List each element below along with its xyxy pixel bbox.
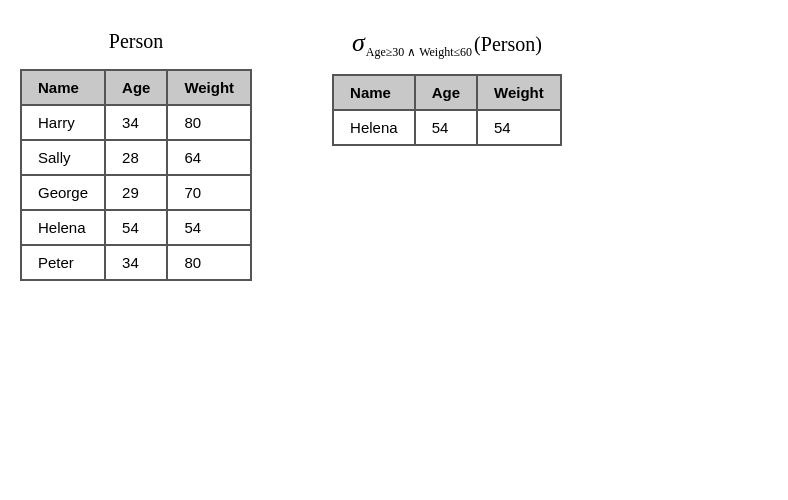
- table-cell: Harry: [21, 105, 105, 140]
- table-cell: Helena: [333, 110, 415, 145]
- person-col-weight: Weight: [167, 70, 251, 105]
- table-cell: 54: [415, 110, 477, 145]
- table-row: George2970: [21, 175, 251, 210]
- table-cell: 54: [105, 210, 167, 245]
- left-table-title: Person: [109, 30, 163, 53]
- filtered-col-age: Age: [415, 75, 477, 110]
- table-cell: George: [21, 175, 105, 210]
- sigma-symbol: σ: [352, 28, 365, 57]
- table-cell: Peter: [21, 245, 105, 280]
- person-col-name: Name: [21, 70, 105, 105]
- person-table-header-row: Name Age Weight: [21, 70, 251, 105]
- table-cell: 64: [167, 140, 251, 175]
- filtered-table-header-row: Name Age Weight: [333, 75, 561, 110]
- table-row: Sally2864: [21, 140, 251, 175]
- filtered-col-weight: Weight: [477, 75, 561, 110]
- table-cell: 80: [167, 105, 251, 140]
- filtered-col-name: Name: [333, 75, 415, 110]
- table-cell: Sally: [21, 140, 105, 175]
- table-row: Helena5454: [333, 110, 561, 145]
- left-section: Person Name Age Weight Harry3480Sally286…: [20, 30, 252, 281]
- table-row: Helena5454: [21, 210, 251, 245]
- table-cell: 28: [105, 140, 167, 175]
- table-cell: 70: [167, 175, 251, 210]
- sigma-condition: Age≥30 ∧ Weight≤60: [366, 45, 472, 59]
- table-row: Peter3480: [21, 245, 251, 280]
- table-cell: 34: [105, 245, 167, 280]
- sigma-argument: (Person): [474, 33, 542, 55]
- table-cell: 29: [105, 175, 167, 210]
- right-section: σAge≥30 ∧ Weight≤60(Person) Name Age Wei…: [332, 30, 562, 146]
- filtered-table: Name Age Weight Helena5454: [332, 74, 562, 146]
- page-layout: Person Name Age Weight Harry3480Sally286…: [20, 20, 768, 281]
- table-cell: 80: [167, 245, 251, 280]
- person-col-age: Age: [105, 70, 167, 105]
- person-table: Name Age Weight Harry3480Sally2864George…: [20, 69, 252, 281]
- right-table-title: σAge≥30 ∧ Weight≤60(Person): [352, 30, 542, 58]
- table-cell: 54: [167, 210, 251, 245]
- table-row: Harry3480: [21, 105, 251, 140]
- table-cell: 54: [477, 110, 561, 145]
- table-cell: 34: [105, 105, 167, 140]
- table-cell: Helena: [21, 210, 105, 245]
